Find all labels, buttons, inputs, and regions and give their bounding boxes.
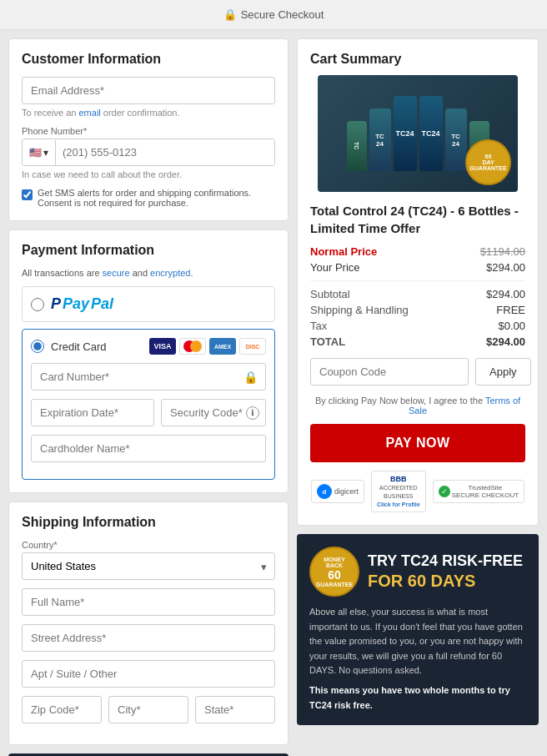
badge-money: MONEY [324, 557, 345, 562]
expiration-input[interactable] [31, 399, 154, 426]
shipping-info-title: Shipping Information [22, 515, 275, 530]
phone-label: Phone Number* [22, 126, 275, 136]
country-select-wrapper: United States ▾ [22, 552, 275, 580]
customer-info-card: Customer Information To receive an email… [8, 38, 289, 221]
card-number-input[interactable] [31, 363, 266, 391]
city-input[interactable] [108, 696, 188, 723]
sixty-day-badge: MONEY BACK 60 GUARANTEE [309, 547, 359, 597]
your-price-row: Your Price $294.00 [310, 261, 525, 274]
credit-card-header: Credit Card VISA AMEX DISC [31, 338, 266, 355]
phone-group: Phone Number* 🇺🇸 ▾ In case we need to ca… [22, 126, 275, 179]
normal-price-label: Normal Price [310, 245, 377, 258]
subtotal-row: Subtotal $294.00 [310, 288, 525, 300]
card-icons: VISA AMEX DISC [149, 338, 266, 355]
exp-security-row: ℹ [31, 399, 266, 426]
coupon-row: Apply [310, 358, 525, 386]
secure-checkout-label: Secure Checkout [241, 8, 324, 21]
badge-back: BACK [326, 562, 343, 568]
product-name: Total Control 24 (TC24) - 6 Bottles - Li… [310, 202, 525, 237]
country-group: Country* United States ▾ [22, 540, 275, 580]
risk-free-section: MONEY BACK 60 GUARANTEE TRY TC24 RISK-FR… [297, 534, 539, 725]
total-label: TOTAL [310, 335, 345, 348]
guarantee-badge: 60 DAY GUARANTEE [465, 139, 511, 185]
tax-row: Tax $0.00 [310, 320, 525, 332]
full-name-group [22, 588, 275, 616]
phone-flag: 🇺🇸 ▾ [23, 140, 56, 165]
email-input[interactable] [22, 77, 275, 104]
state-input[interactable] [195, 696, 275, 723]
bottle-1: TC [347, 121, 367, 171]
full-name-input[interactable] [22, 588, 275, 616]
sms-label: Get SMS alerts for order and shipping co… [38, 188, 251, 208]
street-input[interactable] [22, 624, 275, 652]
credit-card-radio[interactable] [31, 340, 44, 353]
right-column: Cart Summary TC TC24 TC24 [297, 38, 539, 756]
shipping-row: Shipping & Handling FREE [310, 304, 525, 316]
shipping-info-card: Shipping Information Country* United Sta… [8, 501, 289, 745]
digicert-logo: d [317, 484, 332, 499]
security-info-icon[interactable]: ℹ [246, 406, 259, 420]
bottle-5: TC24 [445, 108, 467, 171]
sms-checkbox[interactable] [22, 189, 33, 200]
trusted-label: TrustedSiteSECURE CHECKOUT [452, 484, 519, 499]
flag-emoji: 🇺🇸 [29, 147, 42, 159]
cart-section: Cart Summary TC TC24 TC24 [297, 38, 539, 526]
apt-group [22, 660, 275, 688]
card-lock-icon: 🔒 [243, 370, 258, 384]
payment-info-card: Payment Information All transactions are… [8, 229, 289, 493]
main-content: Customer Information To receive an email… [0, 30, 547, 756]
cardholder-group [31, 435, 266, 462]
your-price-label: Your Price [310, 261, 360, 274]
apply-button[interactable]: Apply [475, 358, 531, 386]
trust-badges: d digicert BBBACCREDITEDBUSINESSClick fo… [310, 471, 525, 512]
flag-dropdown-arrow: ▾ [43, 147, 48, 159]
normal-price-row: Normal Price $1194.00 [310, 245, 525, 258]
bottle-4: TC24 [419, 96, 443, 171]
risk-free-strong: This means you have two whole months to … [309, 683, 526, 713]
security-wrapper: ℹ [161, 399, 266, 426]
apt-input[interactable] [22, 660, 275, 688]
paypal-logo: P Pay Pal [51, 295, 113, 313]
email-help: To receive an email order confirmation. [22, 108, 275, 118]
country-select[interactable]: United States [22, 552, 275, 580]
tax-value: $0.00 [498, 320, 525, 332]
cardholder-input[interactable] [31, 435, 266, 462]
zip-input[interactable] [22, 696, 102, 723]
bottle-3: TC24 [394, 96, 417, 171]
bbb-label: BBBACCREDITEDBUSINESSClick for Profile [377, 475, 420, 508]
pay-now-button[interactable]: Pay Now [310, 424, 525, 462]
phone-help: In case we need to call about the order. [22, 169, 275, 179]
trusted-check-icon: ✓ [439, 486, 450, 497]
zip-city-state-row [22, 696, 275, 723]
country-label: Country* [22, 540, 275, 550]
product-image: TC TC24 TC24 TC24 [318, 75, 518, 192]
lock-icon: 🔒 [223, 8, 237, 21]
risk-free-title-line1: TRY TC24 RISK-FREE [368, 552, 523, 571]
risk-free-title: TRY TC24 RISK-FREE FOR 60 DAYS [368, 552, 523, 591]
trustedsite-badge: ✓ TrustedSiteSECURE CHECKOUT [433, 480, 524, 503]
credit-card-option: Credit Card VISA AMEX DISC [22, 329, 275, 480]
paypal-radio[interactable] [31, 298, 44, 311]
risk-free-body: Above all else, your success is what is … [309, 605, 526, 713]
digicert-label: digicert [334, 487, 359, 496]
visa-icon: VISA [149, 338, 176, 355]
tax-label: Tax [310, 320, 327, 332]
paypal-option[interactable]: P Pay Pal [22, 286, 275, 322]
street-group [22, 624, 275, 652]
amex-icon: AMEX [209, 338, 236, 355]
product-image-wrapper: TC TC24 TC24 TC24 [310, 75, 525, 192]
price-divider [310, 280, 525, 281]
terms-text: By clicking Pay Now below, I agree to th… [310, 396, 525, 416]
mastercard-icon [179, 338, 206, 355]
cart-summary-title: Cart Summary [310, 52, 525, 67]
customer-info-title: Customer Information [22, 52, 275, 67]
payment-secure-text: All transactions are secure and encrypte… [22, 268, 275, 278]
credit-card-label: Credit Card [51, 340, 106, 353]
left-column: Customer Information To receive an email… [8, 38, 289, 756]
bbb-badge: BBBACCREDITEDBUSINESSClick for Profile [371, 471, 426, 512]
phone-input[interactable] [56, 139, 274, 165]
coupon-input[interactable] [310, 358, 469, 386]
shipping-label: Shipping & Handling [310, 304, 409, 316]
shipping-value: FREE [496, 304, 525, 316]
email-group: To receive an email order confirmation. [22, 77, 275, 118]
